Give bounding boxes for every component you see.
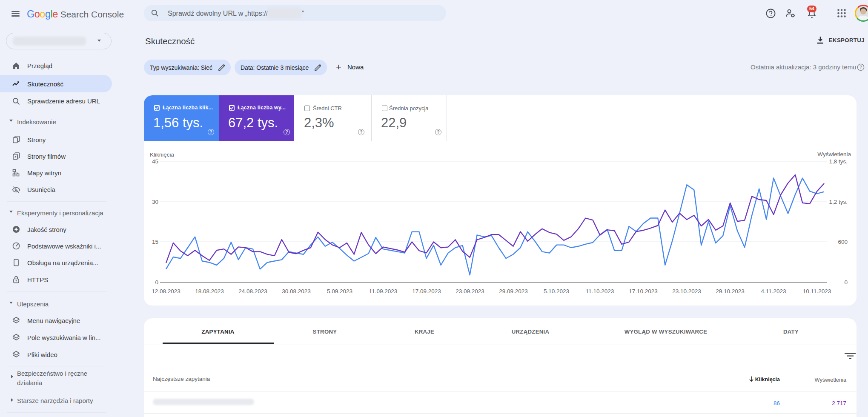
svg-text:24.08.2023: 24.08.2023	[238, 288, 267, 294]
svg-text:12.08.2023: 12.08.2023	[152, 288, 180, 294]
svg-text:11.09.2023: 11.09.2023	[369, 288, 398, 294]
svg-text:30.08.2023: 30.08.2023	[282, 288, 311, 294]
svg-text:4.11.2023: 4.11.2023	[761, 288, 786, 294]
svg-text:23.09.2023: 23.09.2023	[455, 288, 484, 294]
svg-text:15: 15	[152, 239, 158, 245]
svg-text:5.09.2023: 5.09.2023	[327, 288, 352, 294]
svg-text:45: 45	[152, 158, 158, 165]
svg-text:0: 0	[844, 279, 848, 286]
svg-text:17.10.2023: 17.10.2023	[629, 288, 658, 294]
svg-text:600: 600	[838, 239, 848, 245]
svg-text:0: 0	[155, 279, 158, 286]
svg-text:1,8 tys.: 1,8 tys.	[829, 158, 848, 165]
svg-text:23.10.2023: 23.10.2023	[672, 288, 701, 294]
svg-text:5.10.2023: 5.10.2023	[544, 288, 569, 294]
svg-text:17.09.2023: 17.09.2023	[412, 288, 441, 294]
svg-text:1,2 tys.: 1,2 tys.	[829, 199, 848, 205]
svg-text:Wyświetlenia: Wyświetlenia	[817, 151, 851, 157]
svg-text:11.10.2023: 11.10.2023	[586, 288, 614, 294]
svg-text:?: ?	[859, 65, 862, 70]
svg-text:10.11.2023: 10.11.2023	[803, 288, 831, 294]
svg-text:29.10.2023: 29.10.2023	[716, 288, 745, 294]
svg-text:18.08.2023: 18.08.2023	[195, 288, 224, 294]
svg-text:30: 30	[152, 199, 158, 205]
svg-text:Kliknięcia: Kliknięcia	[150, 151, 175, 158]
svg-text:29.09.2023: 29.09.2023	[499, 288, 528, 294]
